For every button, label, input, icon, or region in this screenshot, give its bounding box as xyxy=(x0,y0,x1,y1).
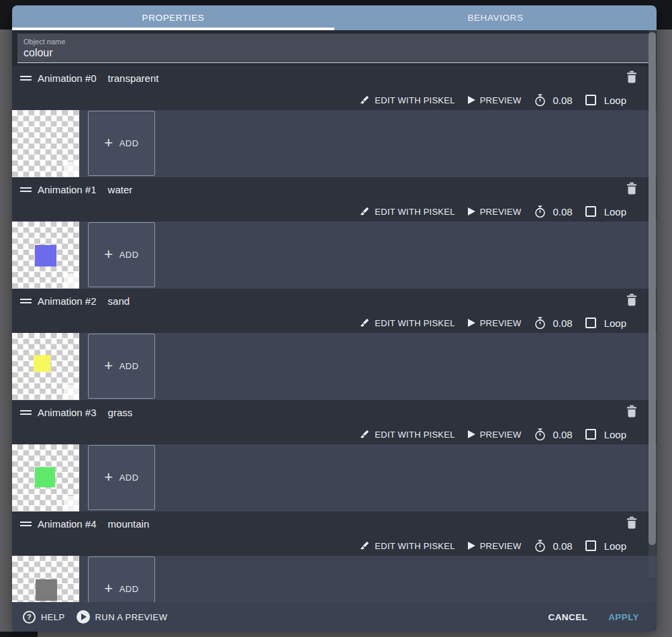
frame-duration-control[interactable]: 0.08 xyxy=(534,205,572,218)
loop-label: Loop xyxy=(604,429,626,440)
frame-thumbnail[interactable] xyxy=(12,222,79,289)
frame-duration-value[interactable]: 0.08 xyxy=(553,429,572,440)
preview-button[interactable]: PREVIEW xyxy=(468,95,522,105)
frame-thumbnail[interactable] xyxy=(12,110,79,177)
loop-control[interactable]: Loop xyxy=(585,429,626,440)
add-frame-button[interactable]: + ADD xyxy=(88,222,155,287)
edit-with-piskel-button[interactable]: EDIT WITH PISKEL xyxy=(359,206,454,217)
object-name-label: Object name xyxy=(23,38,645,46)
edit-with-piskel-button[interactable]: EDIT WITH PISKEL xyxy=(359,95,454,105)
cancel-button[interactable]: CANCEL xyxy=(548,612,588,622)
stopwatch-icon xyxy=(534,540,546,552)
tab-properties-label: PROPERTIES xyxy=(142,13,205,23)
add-frame-label: ADD xyxy=(119,584,139,594)
loop-checkbox[interactable] xyxy=(585,95,596,105)
preview-label: PREVIEW xyxy=(480,207,522,217)
animation-header: Animation #4 mountain EDIT WITH xyxy=(12,511,657,556)
delete-animation-button[interactable] xyxy=(626,516,637,529)
animation-header: Animation #3 grass EDIT WITH PIS xyxy=(12,400,657,444)
frame-duration-control[interactable]: 0.08 xyxy=(534,428,572,441)
frame-duration-control[interactable]: 0.08 xyxy=(534,540,572,552)
animation-section: Animation #1 water EDIT WITH PIS xyxy=(12,177,657,289)
animation-title: Animation #3 xyxy=(38,407,97,418)
help-button[interactable]: HELP xyxy=(23,611,65,624)
add-frame-button[interactable]: + ADD xyxy=(88,111,155,176)
animation-controls-row: EDIT WITH PISKEL PREVIEW 0.08 xyxy=(12,313,657,333)
scrollbar-thumb[interactable] xyxy=(649,32,656,545)
delete-animation-button[interactable] xyxy=(626,70,637,83)
frame-thumbnail[interactable] xyxy=(12,444,79,511)
animation-title-row: Animation #4 mountain xyxy=(12,511,657,536)
frames-row: + ADD xyxy=(12,444,657,511)
preview-button[interactable]: PREVIEW xyxy=(468,430,522,440)
loop-control[interactable]: Loop xyxy=(585,317,626,329)
animation-controls-row: EDIT WITH PISKEL PREVIEW 0.08 xyxy=(12,90,657,110)
edit-with-piskel-label: EDIT WITH PISKEL xyxy=(375,95,454,105)
add-frame-label: ADD xyxy=(119,138,139,148)
footer-bar: HELP RUN A PREVIEW CANCEL APPLY xyxy=(12,602,657,632)
loop-checkbox[interactable] xyxy=(585,317,596,328)
loop-label: Loop xyxy=(604,95,626,106)
trash-icon xyxy=(626,70,637,83)
edit-with-piskel-label: EDIT WITH PISKEL xyxy=(375,541,454,551)
frame-thumbnail[interactable] xyxy=(12,556,79,602)
preview-button[interactable]: PREVIEW xyxy=(468,318,522,328)
loop-checkbox[interactable] xyxy=(585,429,596,440)
tab-behaviors-label: BEHAVIORS xyxy=(467,13,523,23)
apply-button[interactable]: APPLY xyxy=(608,612,639,622)
loop-checkbox[interactable] xyxy=(585,206,596,217)
frame-duration-control[interactable]: 0.08 xyxy=(534,317,572,330)
object-name-value[interactable]: colour xyxy=(23,47,645,59)
delete-animation-button[interactable] xyxy=(626,293,637,306)
frames-row: + ADD xyxy=(12,333,657,400)
tab-behaviors[interactable]: BEHAVIORS xyxy=(334,5,657,30)
frame-duration-value[interactable]: 0.08 xyxy=(553,540,572,552)
run-preview-button[interactable]: RUN A PREVIEW xyxy=(77,610,168,624)
drag-handle-icon[interactable] xyxy=(20,187,32,192)
loop-checkbox[interactable] xyxy=(585,540,596,551)
background-editor-corner xyxy=(0,632,38,637)
animation-name-value[interactable]: water xyxy=(108,184,133,195)
preview-label: PREVIEW xyxy=(480,95,522,105)
animation-title-row: Animation #1 water xyxy=(12,177,657,201)
edit-with-piskel-button[interactable]: EDIT WITH PISKEL xyxy=(359,317,454,328)
animation-name-value[interactable]: sand xyxy=(108,295,130,307)
frame-thumbnail[interactable] xyxy=(12,333,79,400)
drag-handle-icon[interactable] xyxy=(20,410,32,415)
delete-animation-button[interactable] xyxy=(626,182,637,195)
animation-section: Animation #2 sand EDIT WITH PISK xyxy=(12,289,657,400)
edit-with-piskel-label: EDIT WITH PISKEL xyxy=(375,207,454,217)
object-name-field[interactable]: Object name colour xyxy=(17,34,651,63)
animation-controls-row: EDIT WITH PISKEL PREVIEW 0.08 xyxy=(12,201,657,222)
add-frame-button[interactable]: + ADD xyxy=(88,445,155,510)
animations-list: Animation #0 transparent EDIT WI xyxy=(12,66,657,602)
loop-label: Loop xyxy=(604,206,626,217)
add-frame-button[interactable]: + ADD xyxy=(88,334,155,399)
loop-control[interactable]: Loop xyxy=(585,206,626,217)
brush-icon xyxy=(359,429,370,440)
edit-with-piskel-button[interactable]: EDIT WITH PISKEL xyxy=(359,429,454,440)
delete-animation-button[interactable] xyxy=(626,405,637,418)
drag-handle-icon[interactable] xyxy=(20,76,32,81)
add-frame-button[interactable]: + ADD xyxy=(88,556,155,602)
preview-button[interactable]: PREVIEW xyxy=(468,541,522,551)
animation-name-value[interactable]: transparent xyxy=(108,72,159,84)
tab-properties[interactable]: PROPERTIES xyxy=(12,5,334,30)
drag-handle-icon[interactable] xyxy=(20,522,32,526)
animation-name-value[interactable]: grass xyxy=(108,407,133,418)
loop-control[interactable]: Loop xyxy=(585,95,626,106)
drag-handle-icon[interactable] xyxy=(20,299,32,303)
animation-name-value[interactable]: mountain xyxy=(108,518,150,530)
thumbnail-corner-badge xyxy=(64,162,79,177)
stopwatch-icon xyxy=(534,428,546,441)
frame-duration-value[interactable]: 0.08 xyxy=(553,95,572,106)
stopwatch-icon xyxy=(534,94,546,107)
frame-duration-control[interactable]: 0.08 xyxy=(534,94,572,107)
play-icon xyxy=(468,207,475,215)
frame-duration-value[interactable]: 0.08 xyxy=(553,317,572,329)
frame-sprite-square xyxy=(36,579,57,601)
preview-button[interactable]: PREVIEW xyxy=(468,207,522,217)
frame-duration-value[interactable]: 0.08 xyxy=(553,206,572,217)
edit-with-piskel-button[interactable]: EDIT WITH PISKEL xyxy=(359,540,454,551)
loop-control[interactable]: Loop xyxy=(585,540,626,552)
